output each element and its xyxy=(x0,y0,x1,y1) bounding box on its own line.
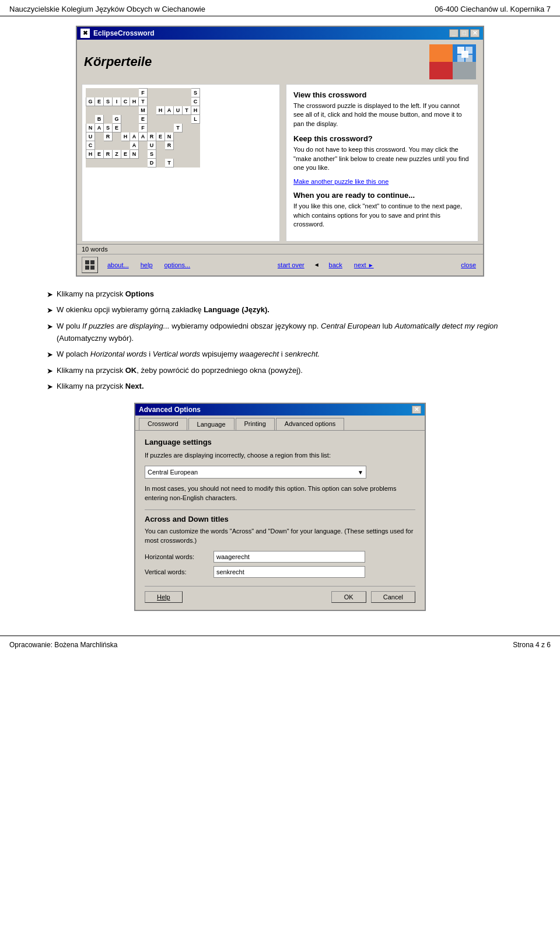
instruction-2-text: W okienku opcji wybieramy górną zakładkę… xyxy=(57,304,270,316)
cell xyxy=(139,159,148,167)
about-button[interactable]: about... xyxy=(105,260,131,270)
titlebar-buttons: _ □ ✕ xyxy=(449,29,480,37)
close-button[interactable]: ✕ xyxy=(470,29,480,37)
svg-rect-3 xyxy=(429,62,453,79)
cell xyxy=(183,150,191,159)
nav-icon-left xyxy=(82,257,98,273)
info-panel: View this crossword The crossword puzzle… xyxy=(286,84,478,242)
cell xyxy=(165,115,174,124)
eclipse-crossword-window: ✖ EclipseCrossword _ □ ✕ Körperteile xyxy=(76,26,484,277)
cell xyxy=(183,89,191,97)
crossword-table: F S G E xyxy=(86,88,200,167)
tab-crossword[interactable]: Crossword xyxy=(139,418,187,430)
cell xyxy=(156,115,165,124)
help-button[interactable]: Help xyxy=(145,591,183,603)
svg-rect-1 xyxy=(429,44,453,62)
cell: S xyxy=(148,150,156,159)
cell xyxy=(95,159,104,167)
horizontal-label: Horizontal words: xyxy=(145,553,209,560)
cell xyxy=(165,150,174,159)
cell xyxy=(86,89,95,97)
help-button[interactable]: help xyxy=(138,260,155,270)
close-button[interactable]: close xyxy=(459,260,478,270)
language-bold: Language (Język). xyxy=(204,305,270,314)
region-dropdown[interactable]: Central European ▼ xyxy=(145,466,366,479)
arrow-icon-4: ➤ xyxy=(47,349,53,361)
ok-button[interactable]: OK xyxy=(331,591,366,603)
korperteile-header: Körperteile xyxy=(77,40,483,82)
status-bar: 10 words xyxy=(77,244,483,254)
next-arrow-icon: ► xyxy=(368,262,374,268)
region-dropdown-row: Central European ▼ xyxy=(145,466,415,479)
next-button[interactable]: next ► xyxy=(352,260,376,270)
footer-right: Strona 4 z 6 xyxy=(513,641,551,649)
advanced-close-button[interactable]: ✕ xyxy=(412,406,421,414)
instructions-section: ➤ Klikamy na przycisk Options ➤ W okienk… xyxy=(35,288,525,394)
cell xyxy=(183,115,191,124)
across-down-heading: Across and Down titles xyxy=(145,515,415,523)
cell xyxy=(148,115,156,124)
table-row: C A U R xyxy=(86,141,200,150)
instruction-5: ➤ Klikamy na przycisk OK, żeby powrócić … xyxy=(47,365,513,378)
cell: E xyxy=(113,124,121,132)
central-european-italic: Central European xyxy=(321,322,380,330)
tab-printing[interactable]: Printing xyxy=(236,418,275,430)
cell: M xyxy=(139,106,148,115)
table-row: U R H A A R E N xyxy=(86,132,200,141)
cell xyxy=(130,89,139,97)
options-button[interactable]: options... xyxy=(162,260,193,270)
cell: S xyxy=(104,124,113,132)
waagerecht-italic: waagerecht xyxy=(240,350,279,358)
cell xyxy=(113,89,121,97)
make-another-link[interactable]: Make another puzzle like this one xyxy=(293,178,471,185)
cell xyxy=(156,150,165,159)
cell xyxy=(86,115,95,124)
instruction-3: ➤ W polu If puzzles are displaying... wy… xyxy=(47,320,513,345)
tab-language[interactable]: Language xyxy=(188,418,235,430)
cancel-button[interactable]: Cancel xyxy=(371,591,415,603)
cell xyxy=(156,89,165,97)
cell: C xyxy=(191,97,200,106)
navigation-bar: about... help options... start over ◄ ba… xyxy=(77,254,483,275)
app-logo xyxy=(429,44,476,79)
table-row: H E R Z E N S xyxy=(86,150,200,159)
cell xyxy=(174,159,183,167)
cell xyxy=(148,106,156,115)
horizontal-italic: Horizontal words xyxy=(90,350,147,358)
crossword-grid-area: F S G E xyxy=(82,84,280,242)
cell: H xyxy=(130,97,139,106)
if-puzzles-italic: If puzzles are displaying... xyxy=(82,322,170,330)
maximize-button[interactable]: □ xyxy=(460,29,469,37)
cell: A xyxy=(139,132,148,141)
arrow-icon-5: ➤ xyxy=(47,365,53,378)
cell: T xyxy=(165,159,174,167)
cell xyxy=(104,141,113,150)
minimize-button[interactable]: _ xyxy=(449,29,459,37)
region-dropdown-value: Central European xyxy=(148,469,198,476)
advanced-body: Language settings If puzzles are display… xyxy=(135,431,425,610)
cell xyxy=(121,141,130,150)
horizontal-words-input[interactable] xyxy=(214,551,365,563)
tab-advanced-options[interactable]: Advanced options xyxy=(276,418,344,430)
table-row: M H A U T H xyxy=(86,106,200,115)
table-row: F S xyxy=(86,89,200,97)
start-over-button[interactable]: start over xyxy=(275,260,307,270)
ready-section-text: If you like this one, click "next" to co… xyxy=(293,202,471,229)
cell: U xyxy=(86,132,95,141)
cell xyxy=(191,150,200,159)
instruction-2: ➤ W okienku opcji wybieramy górną zakład… xyxy=(47,304,513,317)
svg-rect-13 xyxy=(90,266,94,270)
cell xyxy=(95,132,104,141)
cell xyxy=(165,89,174,97)
cell: S xyxy=(104,97,113,106)
instruction-6-text: Klikamy na przycisk Next. xyxy=(57,381,144,393)
cell: N xyxy=(86,124,95,132)
cell xyxy=(130,106,139,115)
advanced-titlebar: Advanced Options ✕ xyxy=(135,404,425,416)
back-button[interactable]: back xyxy=(327,260,345,270)
vertical-words-input[interactable] xyxy=(214,566,365,578)
instruction-3-text: W polu If puzzles are displaying... wybi… xyxy=(57,320,513,345)
cell xyxy=(86,106,95,115)
svg-rect-12 xyxy=(85,266,89,270)
cell: H xyxy=(191,106,200,115)
